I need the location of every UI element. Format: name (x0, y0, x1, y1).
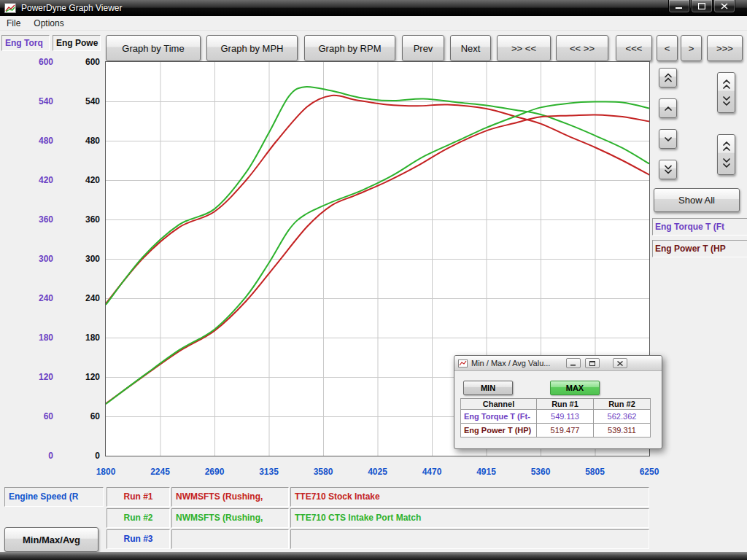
menu-bar: File Options (0, 16, 747, 31)
minmax-header-run2: Run #2 (594, 399, 651, 410)
x-tick-label: 6250 (622, 467, 676, 477)
graph-by-time-button[interactable]: Graph by Time (106, 35, 201, 61)
graph-by-mph-button[interactable]: Graph by MPH (206, 35, 298, 61)
legend-run2-label[interactable]: Run #2 (107, 508, 170, 528)
y-tick-label: 180 (15, 332, 53, 343)
y-tick-label: 540 (15, 96, 53, 106)
minmax-header-run1: Run #1 (537, 399, 594, 410)
menu-options[interactable]: Options (27, 17, 70, 30)
minmax-torque-run1-value: 549.113 (537, 410, 594, 424)
x-tick-label: 5805 (568, 467, 622, 477)
minmax-header-row: Channel Run #1 Run #2 (461, 399, 651, 410)
min-button[interactable]: MIN (463, 381, 513, 395)
spin-double-up-button[interactable] (659, 68, 677, 88)
minmax-power-run2-value: 539.311 (594, 424, 651, 438)
maximize-button[interactable] (691, 0, 713, 13)
legend-run2-description[interactable]: TTE710 CTS Intake Port Match (290, 508, 649, 528)
x-tick-label: 5360 (514, 467, 568, 477)
y-tick-label: 420 (15, 175, 53, 185)
close-button[interactable] (713, 0, 735, 13)
y-tick-label: 60 (15, 411, 53, 421)
y-tick-label: 600 (15, 57, 53, 67)
minmax-row-power: Eng Power T (HP) 519.477 539.311 (461, 424, 651, 438)
y-tick-label: 360 (15, 214, 53, 225)
legend-run3-label[interactable]: Run #3 (107, 529, 170, 549)
title-bar: PowerDyne Graph Viewer (0, 0, 747, 16)
y-tick-label: 360 (61, 214, 100, 225)
y-tick-label: 540 (61, 96, 100, 106)
y-tick-label: 300 (15, 254, 53, 264)
x-tick-label: 1800 (79, 467, 133, 477)
y-tick-label: 0 (61, 451, 100, 461)
minmax-table: Channel Run #1 Run #2 Eng Torque T (Ft- … (460, 398, 651, 438)
axis-expand-bottom-button[interactable] (717, 134, 735, 175)
minimize-button[interactable] (668, 0, 690, 13)
legend-run3-channel[interactable] (171, 529, 289, 549)
scroll-left-button[interactable]: < (657, 35, 678, 61)
y-tick-label: 240 (15, 293, 53, 303)
minmax-row-torque: Eng Torque T (Ft- 549.113 562.362 (461, 410, 651, 424)
window-bottom-edge (0, 552, 747, 560)
legend-run1-channel[interactable]: NWMSFTS (Rushing, (171, 487, 289, 507)
torque-channel-label[interactable]: Eng Torque T (Ft (652, 218, 747, 236)
y-tick-label: 60 (61, 411, 100, 421)
y-tick-label: 120 (15, 372, 53, 382)
menu-file[interactable]: File (0, 17, 27, 30)
x-tick-label: 4915 (460, 467, 514, 477)
y-tick-label: 420 (61, 175, 100, 185)
legend-run1-label[interactable]: Run #1 (107, 487, 170, 507)
power-axis-title[interactable]: Eng Powe (53, 35, 101, 51)
spin-down-button[interactable] (659, 129, 677, 149)
y-tick-label: 0 (15, 451, 53, 461)
y-tick-label: 300 (61, 254, 100, 264)
next-button[interactable]: Next (450, 35, 491, 61)
spin-double-down-button[interactable] (659, 160, 677, 179)
minmax-power-run1-value: 519.477 (537, 424, 594, 438)
axis-expand-top-button[interactable] (717, 72, 735, 113)
max-button[interactable]: MAX (550, 381, 600, 395)
legend-run3-description[interactable] (290, 529, 649, 549)
app-icon (4, 3, 16, 13)
x-tick-label: 3580 (296, 467, 350, 477)
y-tick-label: 240 (61, 293, 100, 303)
power-channel-label[interactable]: Eng Power T (HP (652, 240, 747, 257)
torque-axis-title[interactable]: Eng Torq (1, 35, 50, 51)
x-tick-label: 4025 (351, 467, 405, 477)
minmaxavg-button[interactable]: Min/Max/Avg (4, 527, 98, 552)
window-controls (667, 0, 735, 13)
x-axis-channel-box[interactable]: Engine Speed (R (4, 487, 104, 507)
y-tick-label: 180 (61, 332, 100, 343)
minmax-torque-channel: Eng Torque T (Ft- (461, 410, 537, 424)
y-tick-label: 600 (61, 57, 100, 67)
zoom-out-button[interactable]: << >> (556, 35, 608, 61)
app-window: { "window": { "title": "PowerDyne Graph … (0, 0, 747, 560)
graph-by-rpm-button[interactable]: Graph by RPM (304, 35, 395, 61)
minmax-window[interactable]: Min / Max / Avg Valu... MIN MAX Channel … (454, 355, 662, 449)
minmax-window-icon (458, 359, 468, 368)
show-all-button[interactable]: Show All (654, 188, 740, 212)
minmax-torque-run2-value: 562.362 (594, 410, 651, 424)
x-tick-label: 2690 (187, 467, 241, 477)
scroll-far-left-button[interactable]: <<< (616, 35, 652, 61)
minmax-power-channel: Eng Power T (HP) (461, 424, 537, 438)
window-title: PowerDyne Graph Viewer (21, 3, 123, 13)
spin-up-button[interactable] (659, 98, 677, 118)
minmax-minimize-button[interactable] (566, 358, 581, 368)
minmax-window-title: Min / Max / Avg Valu... (471, 359, 550, 368)
legend-run2-channel[interactable]: NWMSFTS (Rushing, (171, 508, 289, 528)
zoom-in-button[interactable]: >> << (497, 35, 551, 61)
x-tick-label: 4470 (405, 467, 459, 477)
y-tick-label: 480 (15, 136, 53, 146)
minmax-header-channel: Channel (461, 399, 537, 410)
y-tick-label: 120 (61, 372, 100, 382)
scroll-right-button[interactable]: > (681, 35, 702, 61)
x-tick-label: 2245 (133, 467, 187, 477)
scroll-far-right-button[interactable]: >>> (707, 35, 743, 61)
minmax-close-button[interactable] (613, 358, 627, 368)
minmax-title-bar[interactable]: Min / Max / Avg Valu... (454, 356, 662, 371)
legend-run1-description[interactable]: TTE710 Stock Intake (290, 487, 649, 507)
y-tick-label: 480 (61, 136, 100, 146)
x-tick-label: 3135 (242, 467, 296, 477)
minmax-restore-button[interactable] (585, 358, 600, 368)
prev-button[interactable]: Prev (402, 35, 444, 61)
